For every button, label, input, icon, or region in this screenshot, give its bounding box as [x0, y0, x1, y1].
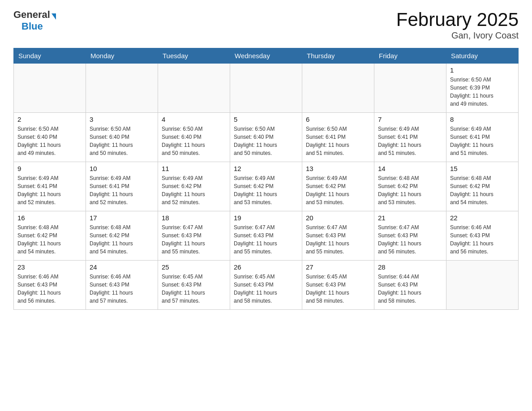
day-info: Sunrise: 6:46 AM Sunset: 6:43 PM Dayligh…	[90, 273, 154, 305]
day-number: 5	[234, 116, 298, 123]
day-number: 15	[450, 165, 515, 172]
day-info: Sunrise: 6:50 AM Sunset: 6:40 PM Dayligh…	[90, 125, 154, 157]
day-info: Sunrise: 6:47 AM Sunset: 6:43 PM Dayligh…	[378, 223, 442, 256]
day-number: 8	[450, 116, 515, 123]
day-info: Sunrise: 6:47 AM Sunset: 6:43 PM Dayligh…	[162, 223, 226, 256]
day-number: 16	[17, 214, 82, 222]
calendar-cell: 9Sunrise: 6:49 AM Sunset: 6:41 PM Daylig…	[14, 162, 86, 211]
logo-general-text: General	[13, 9, 50, 21]
calendar-cell: 19Sunrise: 6:47 AM Sunset: 6:43 PM Dayli…	[230, 211, 302, 261]
day-number: 7	[378, 116, 442, 123]
page-header: General Blue February 2025 Gan, Ivory Co…	[13, 9, 519, 41]
weekday-header-friday: Friday	[374, 48, 446, 64]
title-block: February 2025 Gan, Ivory Coast	[396, 9, 519, 41]
calendar-cell: 14Sunrise: 6:48 AM Sunset: 6:42 PM Dayli…	[374, 162, 446, 211]
calendar-cell: 27Sunrise: 6:45 AM Sunset: 6:43 PM Dayli…	[302, 261, 374, 310]
day-number: 4	[162, 116, 226, 123]
day-info: Sunrise: 6:45 AM Sunset: 6:43 PM Dayligh…	[234, 273, 298, 305]
calendar-subtitle: Gan, Ivory Coast	[396, 30, 519, 41]
weekday-header-wednesday: Wednesday	[230, 48, 302, 64]
day-info: Sunrise: 6:49 AM Sunset: 6:41 PM Dayligh…	[450, 125, 515, 157]
day-info: Sunrise: 6:49 AM Sunset: 6:41 PM Dayligh…	[17, 174, 82, 206]
calendar-cell: 15Sunrise: 6:48 AM Sunset: 6:42 PM Dayli…	[446, 162, 519, 211]
day-info: Sunrise: 6:48 AM Sunset: 6:42 PM Dayligh…	[450, 174, 515, 206]
calendar-cell	[302, 64, 374, 113]
day-info: Sunrise: 6:49 AM Sunset: 6:42 PM Dayligh…	[162, 174, 226, 206]
calendar-week-row: 1Sunrise: 6:50 AM Sunset: 6:39 PM Daylig…	[14, 64, 519, 113]
calendar-cell: 23Sunrise: 6:46 AM Sunset: 6:43 PM Dayli…	[14, 261, 86, 310]
day-info: Sunrise: 6:50 AM Sunset: 6:40 PM Dayligh…	[17, 125, 82, 157]
calendar-cell	[374, 64, 446, 113]
day-info: Sunrise: 6:48 AM Sunset: 6:42 PM Dayligh…	[90, 223, 154, 256]
day-info: Sunrise: 6:48 AM Sunset: 6:42 PM Dayligh…	[378, 174, 442, 206]
day-number: 25	[162, 263, 226, 271]
calendar-week-row: 23Sunrise: 6:46 AM Sunset: 6:43 PM Dayli…	[14, 261, 519, 310]
day-info: Sunrise: 6:45 AM Sunset: 6:43 PM Dayligh…	[306, 273, 370, 305]
day-number: 12	[234, 165, 298, 172]
calendar-cell: 2Sunrise: 6:50 AM Sunset: 6:40 PM Daylig…	[14, 113, 86, 162]
day-number: 17	[90, 214, 154, 222]
day-number: 19	[234, 214, 298, 222]
calendar-cell: 25Sunrise: 6:45 AM Sunset: 6:43 PM Dayli…	[158, 261, 230, 310]
calendar-week-row: 2Sunrise: 6:50 AM Sunset: 6:40 PM Daylig…	[14, 113, 519, 162]
calendar-cell	[230, 64, 302, 113]
calendar-cell: 20Sunrise: 6:47 AM Sunset: 6:43 PM Dayli…	[302, 211, 374, 261]
day-number: 6	[306, 116, 370, 123]
day-info: Sunrise: 6:49 AM Sunset: 6:42 PM Dayligh…	[234, 174, 298, 206]
calendar-cell	[14, 64, 86, 113]
calendar-cell: 6Sunrise: 6:50 AM Sunset: 6:41 PM Daylig…	[302, 113, 374, 162]
calendar-cell: 10Sunrise: 6:49 AM Sunset: 6:41 PM Dayli…	[86, 162, 158, 211]
weekday-header-tuesday: Tuesday	[158, 48, 230, 64]
day-number: 18	[162, 214, 226, 222]
day-info: Sunrise: 6:47 AM Sunset: 6:43 PM Dayligh…	[234, 223, 298, 256]
day-info: Sunrise: 6:50 AM Sunset: 6:40 PM Dayligh…	[162, 125, 226, 157]
day-number: 13	[306, 165, 370, 172]
day-info: Sunrise: 6:45 AM Sunset: 6:43 PM Dayligh…	[162, 273, 226, 305]
calendar-cell: 8Sunrise: 6:49 AM Sunset: 6:41 PM Daylig…	[446, 113, 519, 162]
weekday-header-sunday: Sunday	[14, 48, 86, 64]
day-info: Sunrise: 6:47 AM Sunset: 6:43 PM Dayligh…	[306, 223, 370, 256]
day-info: Sunrise: 6:46 AM Sunset: 6:43 PM Dayligh…	[450, 223, 515, 256]
calendar-table: SundayMondayTuesdayWednesdayThursdayFrid…	[13, 48, 519, 310]
logo-triangle-icon	[51, 13, 56, 20]
calendar-cell: 17Sunrise: 6:48 AM Sunset: 6:42 PM Dayli…	[86, 211, 158, 261]
weekday-header-thursday: Thursday	[302, 48, 374, 64]
calendar-cell	[446, 261, 519, 310]
day-number: 9	[17, 165, 82, 172]
day-info: Sunrise: 6:49 AM Sunset: 6:42 PM Dayligh…	[306, 174, 370, 206]
logo: General Blue	[13, 9, 56, 32]
day-number: 22	[450, 214, 515, 222]
calendar-cell: 11Sunrise: 6:49 AM Sunset: 6:42 PM Dayli…	[158, 162, 230, 211]
logo-blue-text: Blue	[21, 21, 43, 32]
day-info: Sunrise: 6:46 AM Sunset: 6:43 PM Dayligh…	[17, 273, 82, 305]
calendar-title: February 2025	[396, 9, 519, 30]
day-number: 24	[90, 263, 154, 271]
calendar-cell: 1Sunrise: 6:50 AM Sunset: 6:39 PM Daylig…	[446, 64, 519, 113]
day-number: 21	[378, 214, 442, 222]
calendar-cell: 28Sunrise: 6:44 AM Sunset: 6:43 PM Dayli…	[374, 261, 446, 310]
calendar-header: SundayMondayTuesdayWednesdayThursdayFrid…	[14, 48, 519, 64]
calendar-week-row: 9Sunrise: 6:49 AM Sunset: 6:41 PM Daylig…	[14, 162, 519, 211]
day-info: Sunrise: 6:50 AM Sunset: 6:40 PM Dayligh…	[234, 125, 298, 157]
day-number: 26	[234, 263, 298, 271]
calendar-cell: 7Sunrise: 6:49 AM Sunset: 6:41 PM Daylig…	[374, 113, 446, 162]
calendar-cell: 24Sunrise: 6:46 AM Sunset: 6:43 PM Dayli…	[86, 261, 158, 310]
weekday-header-saturday: Saturday	[446, 48, 519, 64]
calendar-cell	[158, 64, 230, 113]
weekday-header-monday: Monday	[86, 48, 158, 64]
day-info: Sunrise: 6:49 AM Sunset: 6:41 PM Dayligh…	[90, 174, 154, 206]
calendar-cell: 3Sunrise: 6:50 AM Sunset: 6:40 PM Daylig…	[86, 113, 158, 162]
calendar-cell: 13Sunrise: 6:49 AM Sunset: 6:42 PM Dayli…	[302, 162, 374, 211]
calendar-cell: 18Sunrise: 6:47 AM Sunset: 6:43 PM Dayli…	[158, 211, 230, 261]
day-info: Sunrise: 6:48 AM Sunset: 6:42 PM Dayligh…	[17, 223, 82, 256]
day-number: 27	[306, 263, 370, 271]
day-number: 20	[306, 214, 370, 222]
day-number: 14	[378, 165, 442, 172]
calendar-cell: 4Sunrise: 6:50 AM Sunset: 6:40 PM Daylig…	[158, 113, 230, 162]
day-number: 3	[90, 116, 154, 123]
day-info: Sunrise: 6:50 AM Sunset: 6:41 PM Dayligh…	[306, 125, 370, 157]
day-number: 28	[378, 263, 442, 271]
calendar-cell: 26Sunrise: 6:45 AM Sunset: 6:43 PM Dayli…	[230, 261, 302, 310]
calendar-cell: 5Sunrise: 6:50 AM Sunset: 6:40 PM Daylig…	[230, 113, 302, 162]
calendar-week-row: 16Sunrise: 6:48 AM Sunset: 6:42 PM Dayli…	[14, 211, 519, 261]
